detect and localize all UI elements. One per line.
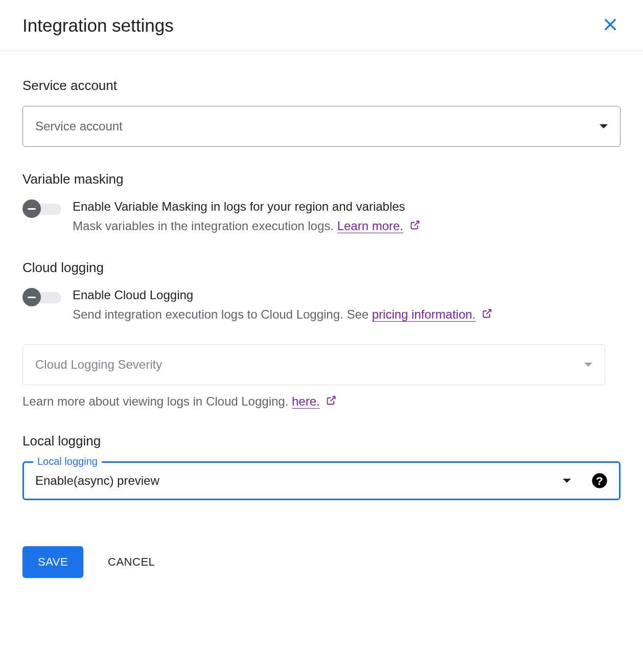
variable-masking-section: Variable masking Enable Variable Masking… [22,171,621,235]
cloud-logging-hint: Learn more about viewing logs in Cloud L… [22,394,621,409]
variable-masking-toggle-row: Enable Variable Masking in logs for your… [22,199,621,235]
svg-line-4 [331,397,335,401]
cloud-logging-toggle-row: Enable Cloud Logging Send integration ex… [22,288,621,324]
variable-masking-label: Enable Variable Masking in logs for your… [73,199,621,214]
close-button[interactable] [600,14,621,36]
service-account-select[interactable]: Service account [22,106,621,147]
cloud-logging-label: Enable Cloud Logging [73,288,621,302]
cloud-logging-title: Cloud logging [22,260,621,276]
cloud-logging-text: Enable Cloud Logging Send integration ex… [73,288,621,324]
help-icon[interactable]: ? [591,473,608,489]
local-logging-section: Local logging Local logging Enable(async… [22,433,621,500]
chevron-down-icon [584,363,592,367]
variable-masking-learn-more-link[interactable]: Learn more. [337,219,403,233]
cloud-logging-severity-group: Cloud Logging Severity Learn more about … [22,344,621,409]
cloud-logging-section: Cloud logging Enable Cloud Logging Send … [22,260,621,409]
variable-masking-desc-text: Mask variables in the integration execut… [73,219,337,233]
chevron-down-icon [563,479,571,483]
close-icon [602,16,618,33]
dialog-title: Integration settings [22,15,174,36]
external-link-icon [410,217,420,235]
dialog-content: Service account Service account Variable… [0,51,643,598]
button-row: SAVE CANCEL [22,546,621,578]
variable-masking-desc: Mask variables in the integration execut… [73,217,621,235]
svg-line-3 [487,310,491,315]
cancel-button[interactable]: CANCEL [108,555,155,569]
chevron-down-icon [600,124,608,128]
cloud-logging-desc: Send integration execution logs to Cloud… [73,305,621,324]
cloud-logging-hint-text: Learn more about viewing logs in Cloud L… [22,394,292,408]
cloud-logging-here-link[interactable]: here. [292,394,320,409]
cloud-logging-severity-select[interactable]: Cloud Logging Severity [22,344,605,385]
cloud-logging-desc-text: Send integration execution logs to Cloud… [73,307,372,321]
cloud-logging-pricing-link[interactable]: pricing information. [372,307,476,322]
local-logging-title: Local logging [22,433,621,449]
save-button[interactable]: SAVE [22,546,83,578]
cloud-logging-toggle[interactable] [22,288,61,306]
service-account-section: Service account Service account [22,78,621,147]
variable-masking-title: Variable masking [22,171,621,187]
service-account-title: Service account [22,78,621,94]
local-logging-select[interactable]: Local logging Enable(async) preview ? [22,461,621,500]
dialog-header: Integration settings [0,0,643,51]
variable-masking-text: Enable Variable Masking in logs for your… [73,199,621,235]
external-link-icon [482,305,492,324]
local-logging-value: Enable(async) preview [35,474,563,488]
variable-masking-toggle[interactable] [22,199,61,218]
toggle-knob [22,199,41,218]
svg-text:?: ? [596,474,603,487]
service-account-placeholder: Service account [35,119,600,133]
external-link-icon [326,394,336,409]
cloud-logging-severity-placeholder: Cloud Logging Severity [35,357,584,372]
local-logging-field-label: Local logging [33,456,102,467]
svg-line-2 [414,221,419,226]
toggle-knob [22,288,41,306]
